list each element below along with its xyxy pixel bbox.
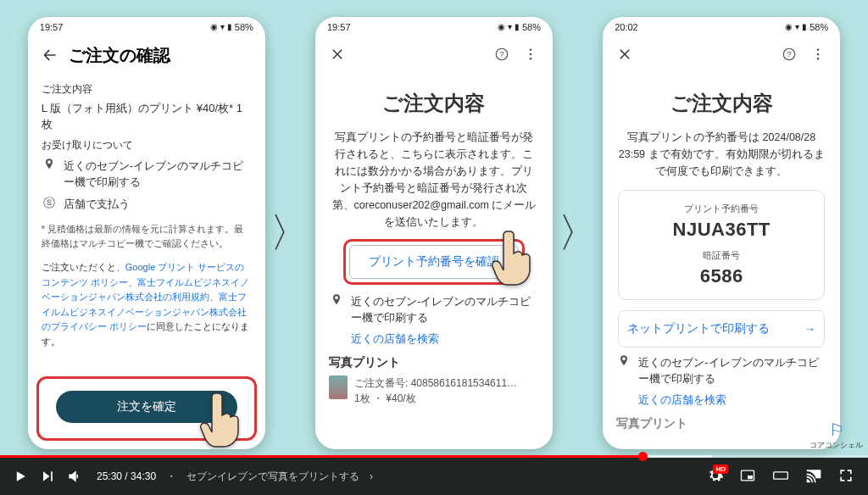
pin-number: 6586	[627, 265, 815, 287]
more-icon[interactable]	[520, 44, 541, 64]
status-bar: 20:02 ◉ ▾ ▮ 58%	[603, 17, 840, 37]
netprint-button[interactable]: ネットプリントで印刷する →	[618, 310, 825, 348]
price-disclaimer: * 見積価格は最新の情報を元に計算されます。最終価格はマルチコピー機でご確認くだ…	[42, 222, 252, 250]
settings-button[interactable]: HD	[707, 467, 724, 487]
signal-icon: ◉	[498, 22, 505, 31]
wifi-icon: ▾	[220, 22, 225, 31]
video-time: 25:30 / 34:30	[97, 470, 156, 482]
fullscreen-button[interactable]	[837, 467, 854, 487]
battery-percent: 58%	[522, 22, 541, 32]
status-icons: ◉ ▾ ▮ 58%	[785, 22, 828, 32]
back-icon[interactable]	[40, 45, 60, 65]
phone-screen-1: 19:57 ◉ ▾ ▮ 58% ご注文の確認 ご注文内容 L 版（フォト用紙）の…	[28, 17, 265, 449]
svg-rect-11	[748, 476, 753, 479]
reservation-label: プリント予約番号	[627, 203, 815, 215]
highlight-box: プリント予約番号を確認	[343, 239, 525, 285]
wifi-icon: ▾	[795, 22, 799, 31]
status-time: 20:02	[615, 22, 638, 32]
help-icon[interactable]: ?	[779, 44, 799, 64]
currency-icon: ⓢ	[42, 196, 57, 213]
battery-percent: 58%	[235, 22, 253, 32]
close-icon[interactable]	[615, 44, 635, 64]
logo-text: コアコンシェル	[810, 440, 863, 451]
svg-point-4	[530, 57, 532, 59]
order-item-line: L 版（フォト用紙）のプリント ¥40/枚* 1枚	[42, 100, 252, 133]
status-bar: 19:57 ◉ ▾ ▮ 58%	[28, 17, 265, 37]
svg-rect-12	[774, 471, 788, 478]
order-description: 写真プリントの予約番号と暗証番号が発行されると、こちらに表示されます。これには数…	[329, 129, 539, 231]
logo-icon: ⚐	[810, 420, 863, 440]
progress-scrubber[interactable]	[638, 452, 648, 461]
next-button[interactable]	[39, 468, 56, 485]
progress-track[interactable]	[0, 455, 868, 458]
phone-screen-2: 19:57 ◉ ▾ ▮ 58% ? ご注文内容 写真プリントの予約番号と暗証番号…	[315, 17, 553, 449]
hd-badge: HD	[713, 464, 728, 474]
svg-point-8	[817, 53, 820, 55]
status-icons: ◉ ▾ ▮ 58%	[210, 22, 253, 32]
header: ご注文の確認	[28, 37, 265, 74]
chevron-right-icon: ›	[370, 470, 373, 482]
svg-point-9	[817, 57, 820, 59]
arrow-separator-icon: 〉	[270, 206, 310, 260]
qty-price: 1枚 ・ ¥40/枚	[354, 391, 539, 406]
signal-icon: ◉	[785, 22, 793, 31]
volume-button[interactable]	[66, 468, 83, 485]
arrow-separator-icon: 〉	[558, 206, 598, 260]
help-icon[interactable]: ?	[492, 44, 512, 64]
cast-button[interactable]	[805, 467, 822, 487]
svg-text:?: ?	[787, 50, 792, 58]
photo-print-heading: 写真プリント	[329, 355, 539, 370]
wifi-icon: ▾	[508, 22, 512, 31]
payment-text: 店舗で支払う	[64, 196, 252, 213]
video-controls-bar: 25:30 / 34:30 ・ セブンイレブンで写真をプリントする › HD	[0, 458, 868, 495]
photo-print-heading: 写真プリント	[616, 416, 826, 431]
play-button[interactable]	[12, 468, 29, 485]
confirm-order-button[interactable]: 注文を確定	[56, 391, 237, 423]
progress-played	[0, 455, 643, 458]
svg-point-3	[530, 53, 532, 55]
theater-button[interactable]	[771, 467, 790, 487]
svg-point-2	[530, 48, 532, 51]
header: ?	[603, 37, 840, 71]
svg-point-7	[817, 48, 820, 51]
chapter-bullet: ・	[166, 470, 176, 484]
status-time: 19:57	[40, 22, 64, 32]
more-icon[interactable]	[808, 44, 828, 64]
status-time: 19:57	[327, 22, 351, 32]
channel-logo: ⚐ コアコンシェル	[810, 420, 863, 451]
header: ?	[315, 37, 553, 71]
reservation-card: プリント予約番号 NJUA36TT 暗証番号 6586	[618, 190, 825, 300]
miniplayer-button[interactable]	[739, 467, 756, 487]
section-label: ご注文内容	[42, 82, 252, 97]
status-icons: ◉ ▾ ▮ 58%	[498, 22, 541, 32]
photo-thumbnail	[329, 375, 348, 399]
page-title: ご注文内容	[616, 90, 826, 117]
pickup-location-text: 近くのセブン-イレブンのマルチコピー機で印刷する	[64, 158, 252, 191]
phone-screen-3: 20:02 ◉ ▾ ▮ 58% ? ご注文内容 写真プリントの予約番号は 202…	[603, 17, 840, 449]
page-title: ご注文内容	[329, 90, 539, 117]
video-chapter[interactable]: セブンイレブンで写真をプリントする	[186, 470, 359, 484]
location-pin-icon	[616, 354, 632, 387]
location-pin-icon	[329, 293, 344, 326]
svg-text:?: ?	[499, 50, 504, 58]
highlight-box: 注文を確定	[36, 376, 257, 441]
pickup-location-text: 近くのセブン-イレブンのマルチコピー機で印刷する	[351, 293, 539, 326]
order-number: ご注文番号: 40858616181534611…	[354, 375, 539, 391]
page-title: ご注文の確認	[69, 44, 170, 67]
pin-label: 暗証番号	[627, 249, 815, 262]
order-description: 写真プリントの予約番号は 2024/08/28 23:59 まで有効です。有効期…	[616, 129, 826, 180]
battery-icon: ▮	[802, 22, 807, 31]
battery-percent: 58%	[810, 22, 828, 32]
reservation-number: NJUA36TT	[627, 219, 815, 241]
search-stores-link[interactable]: 近くの店舗を検索	[638, 392, 826, 408]
check-reservation-button[interactable]: プリント予約番号を確認	[349, 245, 519, 279]
search-stores-link[interactable]: 近くの店舗を検索	[351, 331, 539, 347]
close-icon[interactable]	[327, 44, 348, 64]
battery-icon: ▮	[227, 22, 232, 31]
battery-icon: ▮	[515, 22, 520, 31]
section-label: お受け取りについて	[42, 138, 252, 153]
status-bar: 19:57 ◉ ▾ ▮ 58%	[315, 17, 553, 37]
pickup-location-text: 近くのセブン-イレブンのマルチコピー機で印刷する	[638, 354, 826, 387]
netprint-label: ネットプリントで印刷する	[627, 321, 770, 336]
legal-consent-text: ご注文いただくと、Google プリント サービスのコンテンツ ポリシー、富士フ…	[42, 260, 252, 350]
